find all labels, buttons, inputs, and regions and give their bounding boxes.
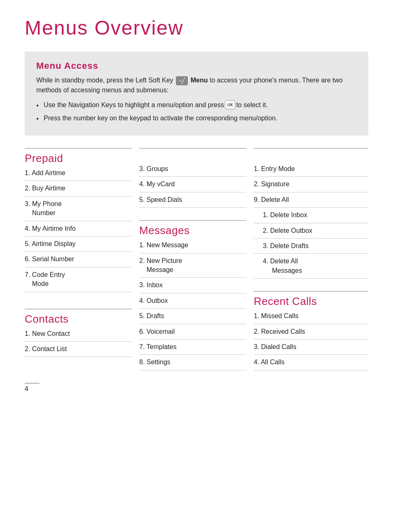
list-item: 7. Templates — [139, 340, 246, 355]
list-item: 4. My Airtime Info — [25, 221, 132, 237]
list-item: 5. Airtime Display — [25, 237, 132, 252]
list-item: 6. Serial Number — [25, 252, 132, 267]
list-item: 1. Missed Calls — [254, 309, 368, 324]
list-item: 1. Add Airtime — [25, 166, 132, 181]
list-item: 9. Delete All — [254, 192, 368, 208]
list-item: 7. Code Entry Mode — [25, 267, 132, 292]
bullets-list: Use the Navigation Keys to highlight a m… — [36, 100, 357, 123]
list-item: 3. Inbox — [139, 278, 246, 293]
section-settings-sub — [254, 148, 368, 161]
list-item: 2. Contact List — [25, 342, 132, 357]
list-item: 2. Received Calls — [254, 324, 368, 340]
bullet-1: Use the Navigation Keys to highlight a m… — [36, 100, 357, 110]
col-prepaid: Prepaid 1. Add Airtime 2. Buy Airtime 3.… — [25, 148, 139, 370]
list-item: 5. Drafts — [139, 309, 246, 324]
menu-access-box: Menu Access While in standby mode, press… — [25, 52, 368, 136]
list-item: 3. My Phone Number — [25, 197, 132, 221]
list-item: 8. Settings — [139, 355, 246, 370]
list-item: 2. Delete Outbox — [254, 223, 368, 239]
list-item: 1. Entry Mode — [254, 162, 368, 177]
list-item: 2. Buy Airtime — [25, 181, 132, 196]
list-item: 1. New Message — [139, 238, 246, 253]
ok-key-icon: ok — [225, 100, 236, 109]
list-item: 4. My vCard — [139, 177, 246, 192]
col-recent-calls: 1. Entry Mode 2. Signature 9. Delete All… — [254, 148, 368, 370]
section-recent-calls: Recent Calls — [254, 291, 368, 308]
section-contacts-cont — [139, 148, 246, 161]
list-item: 4. Outbox — [139, 293, 246, 309]
page-title: Menus Overview — [25, 16, 368, 39]
menu-access-title: Menu Access — [36, 61, 357, 71]
bullet-2: Press the number key on the keypad to ac… — [36, 113, 357, 123]
list-item: 4. Delete All Messages — [254, 254, 368, 279]
list-item: 4. All Calls — [254, 355, 368, 370]
list-item: 6. Voicemail — [139, 324, 246, 340]
list-item: 5. Speed Dials — [139, 192, 246, 208]
menu-label: Menu — [191, 77, 208, 84]
soft-key-icon: –╱ — [176, 76, 188, 85]
list-item: 3. Delete Drafts — [254, 239, 368, 254]
section-messages: Messages — [139, 220, 246, 237]
list-item: 2. Signature — [254, 177, 368, 192]
list-item: 1. New Contact — [25, 326, 132, 342]
list-item: 2. New Picture Message — [139, 253, 246, 278]
col-messages: 3. Groups 4. My vCard 5. Speed Dials Mes… — [139, 148, 254, 370]
menu-grid: Prepaid 1. Add Airtime 2. Buy Airtime 3.… — [25, 148, 368, 370]
menu-access-description: While in standby mode, press the Left So… — [36, 75, 357, 95]
list-item: 1. Delete Inbox — [254, 208, 368, 223]
page-number: 4 — [25, 383, 40, 393]
section-prepaid: Prepaid — [25, 148, 132, 165]
list-item: 3. Groups — [139, 162, 246, 177]
section-contacts: Contacts — [25, 309, 132, 326]
list-item: 3. Dialed Calls — [254, 340, 368, 355]
